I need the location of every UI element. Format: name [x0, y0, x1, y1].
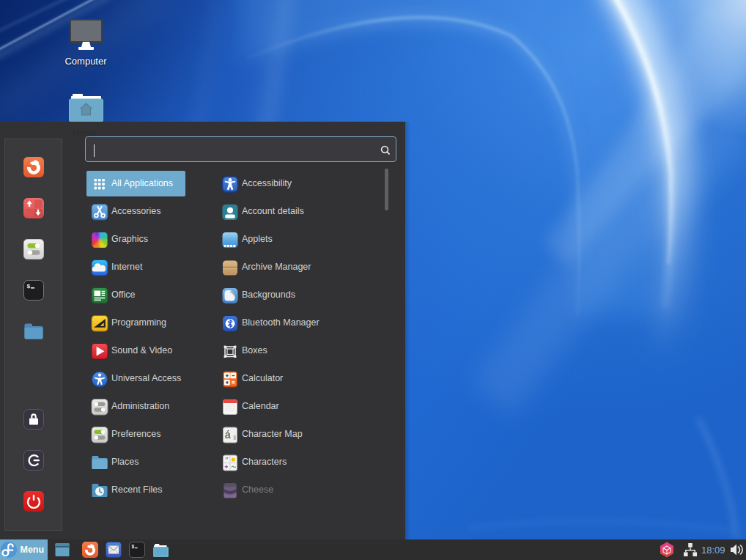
svg-text:”: ”: [225, 455, 229, 463]
svg-text:$: $: [131, 545, 134, 550]
svg-text:$: $: [27, 283, 31, 290]
svg-text:á: á: [225, 429, 231, 441]
